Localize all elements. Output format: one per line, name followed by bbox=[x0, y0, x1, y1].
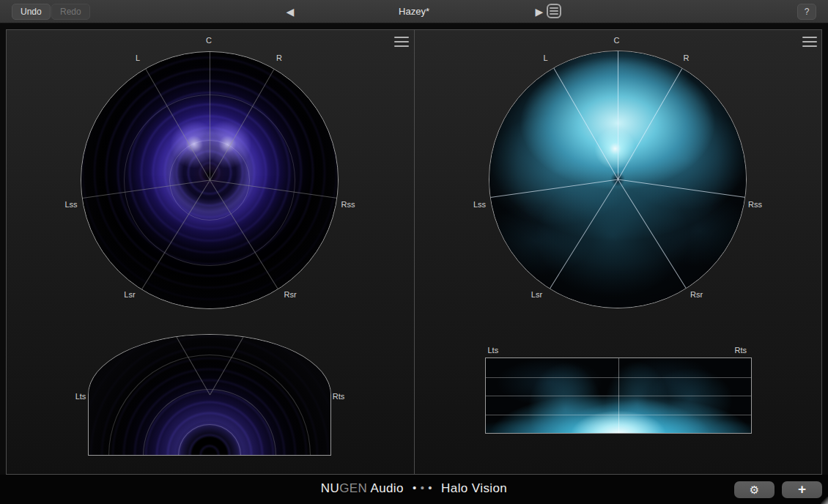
bottom-bar: NUGEN Audio ••• Halo Vision ⚙ + bbox=[0, 475, 828, 504]
surround-polar-display bbox=[81, 51, 339, 309]
gear-icon: ⚙ bbox=[750, 483, 759, 496]
preset-list-line bbox=[550, 7, 558, 9]
channel-label-c: C bbox=[614, 36, 620, 45]
height-channel-display bbox=[88, 334, 331, 456]
channel-label-lts: Lts bbox=[488, 346, 499, 355]
channel-label-rss: Rss bbox=[748, 200, 762, 209]
help-button[interactable]: ? bbox=[797, 4, 816, 20]
brand-dot: • bbox=[421, 481, 425, 494]
product-name: Halo Vision bbox=[441, 481, 507, 495]
channel-label-l: L bbox=[136, 53, 140, 62]
preset-name[interactable]: Hazey* bbox=[399, 6, 429, 17]
left-display-panel: C L R Lss Rss Lsr Rsr Lts Rts bbox=[7, 30, 415, 474]
channel-label-c: C bbox=[206, 36, 212, 45]
menu-line bbox=[394, 45, 409, 47]
resize-grip[interactable] bbox=[821, 497, 828, 504]
menu-line bbox=[802, 45, 817, 47]
channel-label-lss: Lss bbox=[64, 200, 77, 209]
plus-icon: + bbox=[798, 481, 806, 497]
preset-list-line bbox=[550, 10, 558, 12]
top-toolbar: Undo Redo ◀ Hazey* ▶ ? bbox=[0, 0, 828, 23]
brand-nu: NU bbox=[321, 481, 339, 495]
undo-button[interactable]: Undo bbox=[12, 4, 51, 20]
channel-label-lsr: Lsr bbox=[531, 290, 542, 299]
preset-list-icon[interactable] bbox=[547, 4, 561, 18]
channel-label-rsr: Rsr bbox=[690, 290, 703, 299]
next-preset-button[interactable]: ▶ bbox=[532, 5, 547, 18]
right-panel-menu-icon[interactable] bbox=[802, 37, 817, 47]
brand-gen: GEN bbox=[339, 481, 367, 495]
add-instance-button[interactable]: + bbox=[782, 481, 822, 498]
right-display-panel: C L R Lss Rss Lsr Rsr Lts Rts bbox=[415, 30, 822, 474]
grid-spoke bbox=[618, 51, 618, 179]
grid-spoke bbox=[210, 51, 210, 180]
channel-label-rts: Rts bbox=[735, 346, 747, 355]
channel-label-rss: Rss bbox=[341, 200, 355, 209]
redo-button[interactable]: Redo bbox=[51, 4, 90, 20]
height-channel-display bbox=[485, 357, 752, 434]
previous-preset-button[interactable]: ◀ bbox=[283, 5, 297, 18]
brand-dot: • bbox=[413, 481, 417, 494]
settings-button[interactable]: ⚙ bbox=[734, 481, 775, 498]
preset-list-line bbox=[550, 13, 558, 15]
channel-label-lts: Lts bbox=[75, 392, 86, 401]
menu-line bbox=[802, 41, 817, 42]
brand-text: NUGEN Audio ••• Halo Vision bbox=[0, 481, 828, 496]
channel-label-r: R bbox=[684, 53, 690, 62]
surround-polar-display bbox=[489, 51, 747, 308]
brand-audio: Audio bbox=[370, 481, 403, 495]
menu-line bbox=[802, 37, 817, 38]
channel-label-rts: Rts bbox=[333, 392, 345, 401]
channel-label-rsr: Rsr bbox=[284, 290, 296, 299]
channel-label-lss: Lss bbox=[473, 200, 486, 209]
channel-label-l: L bbox=[543, 53, 547, 62]
main-display-area: C L R Lss Rss Lsr Rsr Lts Rts bbox=[6, 29, 822, 475]
grid-line-vertical bbox=[618, 358, 619, 433]
left-panel-menu-icon[interactable] bbox=[394, 37, 409, 47]
channel-label-lsr: Lsr bbox=[124, 290, 135, 299]
channel-label-r: R bbox=[276, 53, 282, 62]
brand-dot: • bbox=[428, 481, 432, 494]
menu-line bbox=[394, 37, 409, 38]
menu-line bbox=[394, 41, 409, 42]
